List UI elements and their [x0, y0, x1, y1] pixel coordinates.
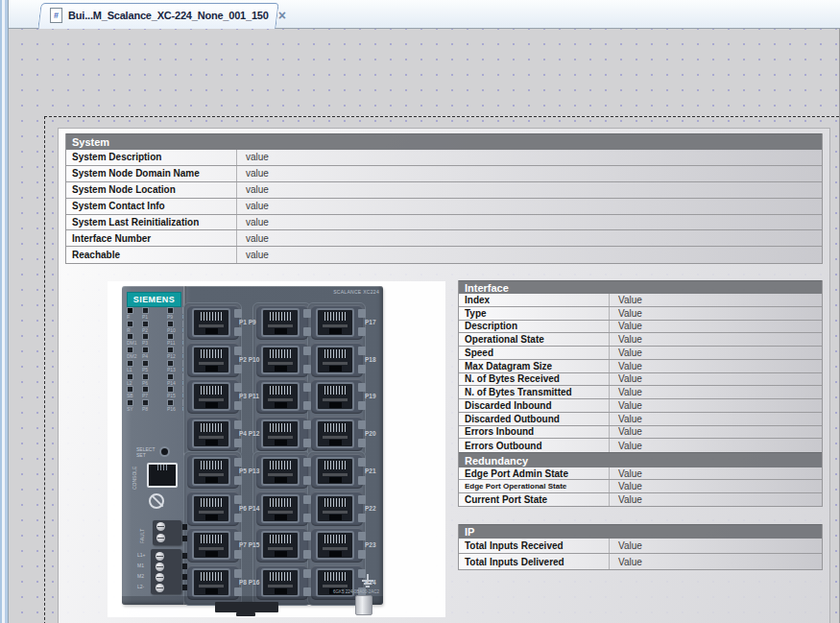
device-image[interactable]: SIEMENS SCALANCE XC224 FRDM1DM2L1L2SBSYP… — [108, 281, 445, 617]
row-label: Total Inputs Received — [459, 539, 610, 553]
jack-clip — [234, 309, 242, 318]
ip-table-header: IP — [459, 524, 822, 539]
rj45-port — [187, 343, 239, 377]
row-label: N. of Bytes Received — [459, 373, 610, 386]
earth-bar3 — [366, 586, 370, 587]
jack-pins — [324, 535, 346, 543]
jack-pins — [270, 498, 291, 507]
rj45-jack — [261, 308, 300, 337]
table-row: System Last Reinitializationvalue — [66, 215, 822, 231]
led-indicator — [127, 347, 133, 353]
table-row: Operational StateValue — [459, 333, 822, 347]
jack-shine — [323, 547, 348, 550]
rj45-port — [256, 454, 308, 489]
earth-bar2 — [364, 583, 372, 585]
row-value: Value — [610, 333, 822, 346]
jack-pins — [270, 572, 291, 581]
table-row: Interface Numbervalue — [66, 230, 822, 247]
jack-clip — [234, 495, 242, 504]
port-label-right: P17 — [365, 319, 376, 325]
row-value: Value — [610, 493, 822, 506]
row-value: value — [237, 215, 822, 230]
jack-latch — [275, 328, 287, 334]
led-indicator — [167, 360, 174, 367]
table-row: N. of Bytes ReceivedValue — [459, 373, 822, 387]
editor-tab-bar: # Bui...M_Scalance_XC-224_None_001_150 × — [9, 0, 840, 29]
terminal-pin — [182, 574, 187, 580]
row-value: Value — [610, 539, 822, 553]
port-label-right: P18 — [365, 356, 376, 363]
rj45-port — [256, 417, 308, 451]
row-label: Discarded Inbound — [459, 399, 610, 412]
jack-pins — [324, 349, 346, 358]
row-label: System Node Location — [66, 182, 237, 198]
led-indicator — [167, 307, 174, 314]
jack-clip — [358, 458, 366, 467]
rj45-port — [187, 379, 239, 414]
rj45-port — [256, 528, 308, 563]
row-value: value — [237, 247, 822, 263]
jack-shine — [323, 511, 348, 514]
led-indicator — [167, 321, 174, 327]
led-label: R — [127, 327, 140, 333]
prohibition-icon — [149, 493, 164, 509]
led-label: L1 — [127, 367, 140, 372]
terminal-screw — [156, 534, 165, 542]
jack-latch — [275, 477, 287, 483]
rj45-port — [256, 305, 308, 340]
table-row: System Node Locationvalue — [66, 182, 822, 199]
jack-pins — [324, 386, 346, 395]
earth-ground-icon — [362, 574, 373, 586]
system-table: SystemSystem DescriptionvalueSystem Node… — [65, 133, 823, 264]
port-label-right: P19 — [365, 393, 376, 399]
rj45-jack — [261, 346, 300, 374]
jack-pins — [270, 386, 291, 395]
terminal-screw — [156, 584, 164, 592]
jack-pins — [201, 461, 222, 469]
row-label: Type — [459, 307, 610, 320]
table-row: Discarded OutboundValue — [459, 413, 822, 426]
led-label: SY — [127, 406, 140, 412]
jack-clip — [358, 309, 366, 318]
jack-clip — [303, 514, 311, 522]
faceplate-editor-canvas[interactable]: SystemSystem DescriptionvalueSystem Node… — [9, 29, 840, 623]
rj45-port — [256, 565, 308, 600]
rj45-port — [187, 528, 239, 563]
jack-clip — [358, 532, 366, 540]
terminal-screw — [156, 522, 165, 531]
console-port — [147, 463, 178, 488]
led-label: P4 — [142, 353, 156, 359]
row-label: Discarded Outbound — [459, 413, 610, 425]
row-label: Max Datagram Size — [459, 360, 610, 372]
rj45-port — [311, 343, 363, 377]
jack-latch — [329, 551, 342, 557]
row-label: Reachable — [66, 247, 237, 263]
jack-pins — [270, 312, 291, 321]
jack-latch — [275, 515, 287, 520]
jack-clip — [234, 401, 242, 410]
row-label: Edge Port Operational State — [459, 480, 610, 491]
terminal-pin — [182, 536, 187, 541]
led-indicator — [167, 373, 174, 380]
row-label: Operational State — [459, 333, 610, 346]
rj45-port — [311, 454, 363, 489]
led-indicator — [142, 386, 149, 393]
row-label: Current Port State — [459, 493, 610, 506]
tab-faceplate[interactable]: # Bui...M_Scalance_XC-224_None_001_150 × — [37, 3, 278, 29]
jack-clip — [303, 476, 311, 485]
tab-close-icon[interactable]: × — [278, 8, 286, 23]
table-row: SpeedValue — [459, 347, 822, 360]
jack-shine — [268, 436, 293, 439]
jack-clip — [303, 420, 311, 429]
led-label: P3 — [142, 340, 156, 346]
rj45-port — [187, 491, 239, 526]
table-row: Reachablevalue — [66, 247, 822, 263]
rj45-port — [256, 343, 308, 377]
led-label: P1 — [142, 314, 156, 320]
led-label: F — [127, 314, 140, 320]
jack-shine — [199, 547, 224, 550]
jack-clip — [234, 569, 242, 578]
row-value: Value — [610, 399, 822, 412]
terminal-screw — [156, 573, 164, 582]
rj45-port — [187, 417, 239, 451]
